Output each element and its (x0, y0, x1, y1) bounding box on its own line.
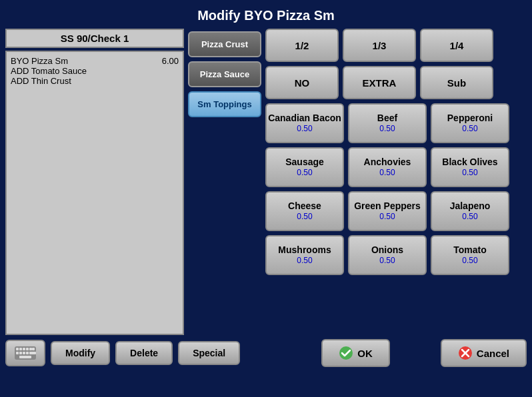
svg-rect-7 (16, 352, 19, 354)
svg-rect-11 (29, 352, 36, 354)
topping-row-4: Mushrooms 0.50 Onions 0.50 Tomato 0.50 (265, 235, 527, 275)
bottom-action-bar: Modify Delete Special OK Cancel (0, 335, 532, 371)
svg-rect-4 (26, 348, 29, 350)
topping-tomato[interactable]: Tomato 0.50 (431, 235, 509, 275)
topping-mushrooms[interactable]: Mushrooms 0.50 (265, 235, 344, 275)
order-item-price: 6.00 (162, 56, 179, 66)
category-sm-toppings[interactable]: Sm Toppings (188, 91, 261, 117)
modifier-quarter[interactable]: 1/4 (420, 29, 493, 62)
topping-jalapeno[interactable]: Jalapeno 0.50 (431, 191, 509, 231)
page-title: Modify BYO Pizza Sm (197, 8, 335, 23)
check-icon (339, 346, 353, 360)
topping-row-2: Sausage 0.50 Anchovies 0.50 Black Olives… (265, 147, 527, 187)
modifier-extra[interactable]: EXTRA (343, 66, 416, 99)
modifier-sub[interactable]: Sub (420, 66, 493, 99)
category-panel: Pizza Crust Pizza Sauce Sm Toppings (188, 29, 261, 335)
delete-button[interactable]: Delete (115, 341, 173, 365)
topping-anchovies[interactable]: Anchovies 0.50 (348, 147, 427, 187)
topping-black-olives[interactable]: Black Olives 0.50 (431, 147, 509, 187)
topping-row-3: Cheese 0.50 Green Peppers 0.50 Jalapeno … (265, 191, 527, 231)
svg-rect-8 (19, 352, 22, 354)
title-bar: Modify BYO Pizza Sm (0, 0, 532, 29)
modifier-row-1: 1/2 1/3 1/4 (265, 29, 527, 62)
topping-cheese[interactable]: Cheese 0.50 (265, 191, 344, 231)
topping-canadian-bacon[interactable]: Canadian Bacon 0.50 (265, 103, 344, 143)
order-item-name: BYO Pizza Sm (11, 56, 68, 66)
svg-rect-2 (19, 348, 22, 350)
svg-rect-1 (16, 348, 19, 350)
topping-onions[interactable]: Onions 0.50 (348, 235, 427, 275)
right-panel: 1/2 1/3 1/4 NO EXTRA Sub Canadian Baco (265, 29, 527, 335)
svg-rect-9 (23, 352, 25, 354)
topping-row-1: Canadian Bacon 0.50 Beef 0.50 Pepperoni … (265, 103, 527, 143)
modify-button[interactable]: Modify (51, 341, 110, 365)
add-line-1: ADD Tomato Sauce (11, 66, 179, 76)
modifier-third[interactable]: 1/3 (343, 29, 416, 62)
left-panel: SS 90/Check 1 BYO Pizza Sm 6.00 ADD Toma… (5, 29, 184, 335)
special-button[interactable]: Special (178, 341, 240, 365)
modifier-half[interactable]: 1/2 (265, 29, 339, 62)
svg-rect-10 (26, 352, 29, 354)
svg-rect-12 (19, 356, 31, 358)
ok-button[interactable]: OK (321, 339, 390, 367)
modifier-row-2: NO EXTRA Sub (265, 66, 527, 99)
topping-green-peppers[interactable]: Green Peppers 0.50 (348, 191, 427, 231)
svg-rect-5 (29, 348, 32, 350)
keyboard-icon (15, 346, 36, 360)
modifier-no[interactable]: NO (265, 66, 339, 99)
cancel-button[interactable]: Cancel (441, 339, 527, 367)
topping-beef[interactable]: Beef 0.50 (348, 103, 427, 143)
category-pizza-crust[interactable]: Pizza Crust (188, 31, 261, 57)
order-item: BYO Pizza Sm 6.00 ADD Tomato Sauce ADD T… (11, 56, 179, 86)
topping-sausage[interactable]: Sausage 0.50 (265, 147, 344, 187)
check-header: SS 90/Check 1 (5, 29, 184, 48)
add-line-2: ADD Thin Crust (11, 76, 179, 86)
keyboard-button[interactable] (5, 340, 45, 366)
topping-pepperoni[interactable]: Pepperoni 0.50 (431, 103, 509, 143)
svg-rect-3 (23, 348, 25, 350)
cancel-icon (458, 346, 473, 360)
category-pizza-sauce[interactable]: Pizza Sauce (188, 61, 261, 87)
order-area: BYO Pizza Sm 6.00 ADD Tomato Sauce ADD T… (5, 51, 184, 335)
svg-rect-6 (32, 348, 35, 350)
